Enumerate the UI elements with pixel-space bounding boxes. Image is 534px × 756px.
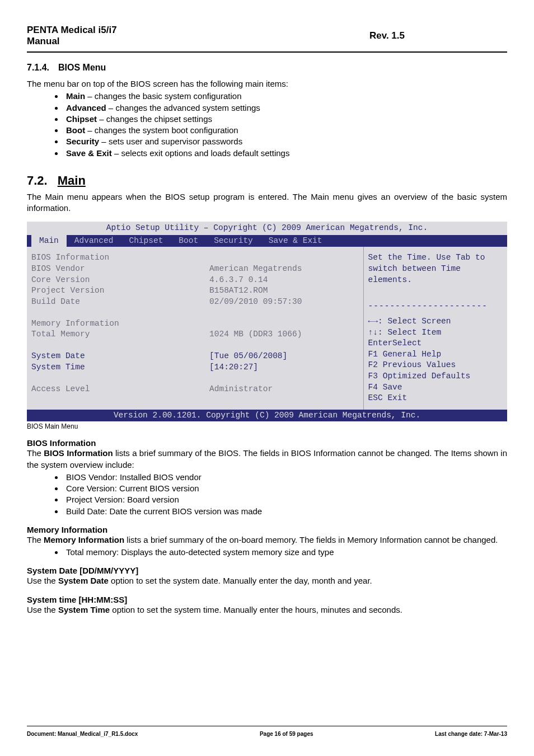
list-item: Core Version: Current BIOS version [64,483,507,494]
header-rev: Rev. 1.5 [267,22,507,51]
bios-tab-main: Main [31,235,67,247]
footer-right: Last change date: 7-Mar-13 [435,731,507,737]
bios-key: ←→: Select Screen [368,316,503,327]
text: Use the [27,576,58,585]
bios-row [31,340,205,351]
bios-row: BIOS Vendor [31,264,205,275]
text-bold: System Time [58,605,110,614]
section-72-title: Main [58,173,86,188]
section-714-heading: 7.1.4. BIOS Menu [27,63,507,73]
bios-key: F4 Save [368,382,503,393]
bios-key: ESC Exit [368,393,503,404]
bios-help: Set the Time. Use Tab to [368,252,503,264]
text: option to set the system time. Manually … [110,605,402,614]
bios-key: F2 Previous Values [368,360,503,371]
item-rest: – changes the advanced system settings [106,103,260,112]
bios-row [31,307,205,318]
bios-tab-chipset: Chipset [121,235,171,247]
bios-row [209,252,363,264]
list-item: Main – changes the basic system configur… [64,91,507,102]
list-item: Project Version: Board version [64,494,507,505]
bios-row: 4.6.3.7 0.14 [209,275,363,286]
section-714-title: BIOS Menu [58,63,106,73]
bios-row: [Tue 05/06/2008] [209,351,363,362]
text: The [27,535,44,544]
text: lists a brief summary of the on-board me… [124,535,498,544]
section-714-list: Main – changes the basic system configur… [64,91,507,159]
bios-row: 1024 MB (DDR3 1066) [209,329,363,340]
meminfo-list: Total memory: Displays the auto-detected… [64,547,507,558]
list-item: Build Date: Date the current BIOS versio… [64,506,507,517]
bios-row: System Time [31,362,205,373]
meminfo-para: The Memory Information lists a brief sum… [27,534,507,546]
bios-tab-advanced: Advanced [67,235,121,247]
bios-row: 02/09/2010 09:57:30 [209,297,363,308]
bios-row: B158AT12.ROM [209,285,363,297]
list-item: BIOS Vendor: Installed BIOS vendor [64,472,507,483]
bios-tab-saveexit: Save & Exit [261,235,330,247]
footer-center: Page 16 of 59 pages [260,731,313,737]
bios-row: Memory Information [31,318,205,330]
bios-row: Build Date [31,297,205,308]
systime-para: Use the System Time option to set the sy… [27,604,507,616]
bios-row [209,307,363,318]
section-72-num: 7.2. [27,173,48,188]
bios-right-col: Set the Time. Use Tab to switch between … [363,247,507,409]
footer-left: Document: Manual_Medical_i7_R1.5.docx [27,731,138,737]
bios-key: F1 General Help [368,349,503,360]
bios-title: Aptio Setup Utility – Copyright (C) 2009… [27,222,507,235]
text-bold: Memory Information [44,535,124,544]
bios-divider: ---------------------- [368,301,503,312]
section-714-num: 7.1.4. [27,63,49,73]
text: The [27,448,44,458]
item-rest: – selects exit options and loads default… [112,148,290,158]
bios-key: EnterSelect [368,338,503,349]
item-bold: Save & Exit [66,148,112,158]
header-rule [27,51,507,53]
bios-tabbar: Main Advanced Chipset Boot Security Save… [27,235,507,247]
list-item: Save & Exit – selects exit options and l… [64,148,507,159]
list-item: Security – sets user and supervisor pass… [64,136,507,147]
bios-row [209,340,363,351]
bios-screenshot: Aptio Setup Utility – Copyright (C) 2009… [27,222,507,421]
sysdate-head: System Date [DD/MM/YYYY] [27,566,507,575]
bios-row: BIOS Information [31,252,205,264]
page-header: PENTA Medical i5/i7 Manual Rev. 1.5 [27,22,507,51]
bios-row: Core Version [31,275,205,286]
bios-key: ↑↓: Select Item [368,327,503,339]
meminfo-head: Memory Information [27,525,507,534]
header-title-2: Manual [27,36,60,46]
bios-key: F3 Optimized Defaults [368,371,503,382]
section-714-intro: The menu bar on top of the BIOS screen h… [27,78,507,90]
text-bold: System Date [58,576,109,585]
item-bold: Chipset [66,114,97,124]
bios-row: [14:20:27] [209,362,363,373]
bios-row: American Megatrends [209,264,363,275]
item-bold: Advanced [66,103,106,112]
sysdate-para: Use the System Date option to set the sy… [27,575,507,586]
header-left: PENTA Medical i5/i7 Manual [27,22,267,51]
text: option to set the system date. Manually … [109,576,372,585]
item-rest: – sets user and supervisor passwords [99,137,242,146]
bios-row: Project Version [31,285,205,297]
bios-help: elements. [368,275,503,286]
bios-row [209,318,363,330]
text-bold: BIOS Information [44,448,113,458]
bios-tab-boot: Boot [171,235,206,247]
header-title-1: PENTA Medical i5/i7 [27,25,117,35]
biosinfo-para: The BIOS Information lists a brief summa… [27,448,507,471]
section-72-heading: 7.2. Main [27,173,507,188]
text: Use the [27,605,58,614]
bios-caption: BIOS Main Menu [27,422,507,430]
footer-rule [27,726,507,726]
list-item: Total memory: Displays the auto-detected… [64,547,507,558]
page-footer: Document: Manual_Medical_i7_R1.5.docx Pa… [27,726,507,737]
item-rest: – changes the system boot configuration [85,125,238,135]
biosinfo-head: BIOS Information [27,438,507,448]
bios-row: Access Level [31,384,205,395]
bios-row: System Date [31,351,205,362]
item-rest: – changes the chipset settings [97,114,212,124]
section-72-intro: The Main menu appears when the BIOS setu… [27,191,507,214]
bios-mid-col: American Megatrends 4.6.3.7 0.14 B158AT1… [209,247,363,409]
bios-row: Total Memory [31,329,205,340]
